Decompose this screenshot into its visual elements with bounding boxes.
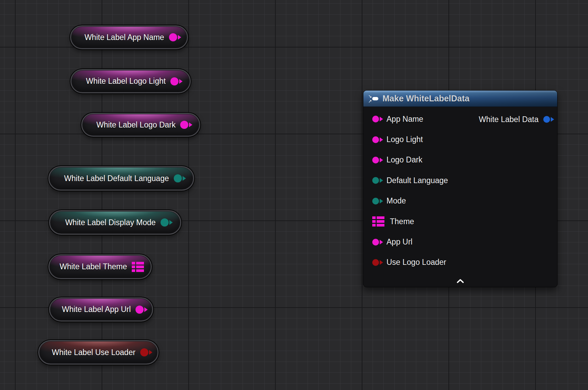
struct-output-pin[interactable]	[543, 116, 550, 123]
pin-label: Mode	[386, 196, 406, 206]
blueprint-graph-canvas[interactable]: White Label App Name White Label Logo Li…	[0, 0, 588, 390]
struct-input-pin-icon[interactable]	[372, 216, 384, 227]
string-input-pin[interactable]	[372, 116, 379, 122]
pin-label: Logo Light	[386, 135, 423, 144]
pin-row-app-url[interactable]: App Url	[363, 232, 557, 252]
string-output-pin[interactable]	[169, 33, 177, 41]
string-input-pin[interactable]	[372, 157, 379, 163]
getter-node-white-label-app-name[interactable]: White Label App Name	[70, 25, 188, 49]
string-output-pin[interactable]	[180, 121, 188, 129]
getter-node-white-label-theme[interactable]: White Label Theme	[48, 254, 152, 279]
string-input-pin[interactable]	[372, 239, 379, 246]
string-output-pin[interactable]	[170, 77, 178, 85]
pin-row-white-label-data[interactable]: White Label Data	[479, 115, 550, 124]
getter-node-white-label-app-url[interactable]: White Label App Url	[49, 297, 153, 321]
pin-label: Logo Dark	[386, 155, 422, 164]
getter-node-white-label-logo-light[interactable]: White Label Logo Light	[70, 69, 191, 93]
getter-label: White Label Default Language	[64, 174, 169, 183]
pin-row-logo-dark[interactable]: Logo Dark	[363, 150, 557, 170]
getter-node-white-label-logo-dark[interactable]: White Label Logo Dark	[81, 113, 200, 137]
getter-label: White Label Display Mode	[65, 218, 155, 227]
pin-label: Use Logo Loader	[386, 258, 446, 267]
pin-label: App Url	[386, 237, 413, 247]
pin-label: App Name	[386, 115, 423, 124]
pin-row-logo-light[interactable]: Logo Light	[363, 129, 557, 150]
chevron-up-icon	[457, 279, 464, 283]
enum-output-pin[interactable]	[161, 218, 169, 227]
getter-node-white-label-default-language[interactable]: White Label Default Language	[48, 166, 194, 191]
pin-label: Theme	[390, 217, 414, 226]
string-input-pin[interactable]	[372, 136, 379, 143]
getter-label: White Label Theme	[60, 262, 127, 271]
getter-label: White Label App Url	[62, 305, 131, 314]
enum-input-pin[interactable]	[372, 198, 379, 204]
getter-label: White Label Logo Dark	[97, 120, 176, 130]
getter-label: White Label Logo Light	[86, 77, 166, 86]
node-header[interactable]: ↘↗ Make WhiteLabelData	[363, 91, 557, 107]
node-title: Make WhiteLabelData	[382, 94, 469, 103]
pin-row-default-language[interactable]: Default Language	[363, 170, 557, 191]
pin-row-theme[interactable]: Theme	[363, 211, 557, 232]
make-struct-icon: ↘↗	[368, 94, 378, 103]
pin-row-use-logo-loader[interactable]: Use Logo Loader	[363, 252, 557, 273]
input-pin-rows: App Name Logo Light Logo Dark Default La…	[363, 106, 557, 273]
pin-label: White Label Data	[479, 115, 539, 124]
bool-output-pin[interactable]	[140, 348, 148, 356]
getter-node-white-label-display-mode[interactable]: White Label Display Mode	[49, 210, 181, 235]
bool-input-pin[interactable]	[372, 259, 379, 266]
getter-node-white-label-use-loader[interactable]: White Label Use Loader	[38, 340, 159, 365]
enum-input-pin[interactable]	[372, 177, 379, 184]
string-output-pin[interactable]	[135, 306, 144, 314]
collapse-node-button[interactable]	[454, 277, 467, 285]
enum-output-pin[interactable]	[174, 174, 182, 182]
getter-label: White Label App Name	[84, 33, 164, 42]
make-whitelabeldata-node[interactable]: ↘↗ Make WhiteLabelData App Name Logo Lig…	[363, 90, 558, 287]
pin-row-mode[interactable]: Mode	[363, 191, 557, 211]
pin-label: Default Language	[386, 176, 448, 185]
struct-output-pin-icon[interactable]	[132, 262, 144, 272]
getter-label: White Label Use Loader	[52, 348, 135, 357]
